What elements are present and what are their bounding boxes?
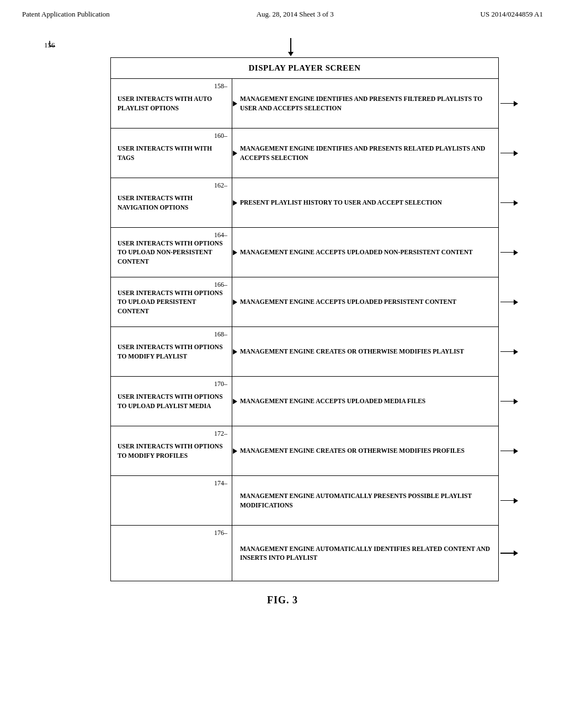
right-row-row4: MANAGEMENT ENGINE ACCEPTS UPLOADED NON-P…	[232, 228, 498, 277]
left-row-row5: 166–USER INTERACTS WITH OPTIONS TO UPLOA…	[111, 277, 232, 327]
ref-164: 164–	[214, 231, 227, 239]
left-label-row1: USER INTERACTS WITH AUTO PLAYLIST OPTION…	[118, 94, 225, 112]
out-arrow-row2	[500, 151, 518, 156]
right-row-row7: MANAGEMENT ENGINE ACCEPTS UPLOADED MEDIA…	[232, 377, 498, 426]
left-label-row3: USER INTERACTS WITH NAVIGATION OPTIONS	[118, 194, 225, 211]
ref-170: 170–	[214, 380, 227, 388]
right-row-row3: PRESENT PLAYLIST HISTORY TO USER AND ACC…	[232, 178, 498, 228]
out-arrow-row3	[500, 200, 518, 206]
left-row-row8: 172–USER INTERACTS WITH OPTIONS TO MODIF…	[111, 426, 232, 476]
out-arrow-row9	[500, 498, 518, 504]
right-row-row10: MANAGEMENT ENGINE AUTOMATICALLY IDENTIFI…	[232, 526, 498, 581]
left-row-row10: 176–	[111, 526, 232, 581]
left-label-row6: USER INTERACTS WITH OPTIONS TO MODIFY PL…	[118, 342, 225, 360]
right-column: MANAGEMENT ENGINE IDENTIFIES AND PRESENT…	[232, 79, 498, 581]
ref-162: 162–	[214, 181, 227, 190]
diagram-container: 156 DISPLAY PLAYER SCREEN 158–USER INTER…	[0, 24, 565, 628]
ref-156: 156	[44, 41, 55, 50]
right-row-row6: MANAGEMENT ENGINE CREATES OR OTHERWISE M…	[232, 327, 498, 377]
out-arrow-row7	[500, 399, 518, 404]
out-arrow-row5	[500, 299, 518, 305]
out-arrow-row10	[500, 550, 518, 556]
ref-176: 176–	[214, 529, 227, 537]
page-header: Patent Application Publication Aug. 28, …	[0, 0, 565, 24]
left-label-row5: USER INTERACTS WITH OPTIONS TO UPLOAD PE…	[118, 288, 225, 315]
right-label-row1: MANAGEMENT ENGINE IDENTIFIES AND PRESENT…	[240, 94, 491, 112]
left-column: 158–USER INTERACTS WITH AUTO PLAYLIST OP…	[111, 79, 232, 581]
right-row-row9: MANAGEMENT ENGINE AUTOMATICALLY PRESENTS…	[232, 476, 498, 526]
ref-158: 158–	[214, 82, 227, 90]
display-player-row: DISPLAY PLAYER SCREEN	[111, 58, 498, 79]
left-label-row4: USER INTERACTS WITH OPTIONS TO UPLOAD NO…	[118, 239, 225, 265]
left-row-row1: 158–USER INTERACTS WITH AUTO PLAYLIST OP…	[111, 79, 232, 129]
right-label-row5: MANAGEMENT ENGINE ACCEPTS UPLOADED PERSI…	[240, 297, 491, 306]
left-label-row8: USER INTERACTS WITH OPTIONS TO MODIFY PR…	[118, 442, 225, 459]
left-label-row7: USER INTERACTS WITH OPTIONS TO UPLOAD PL…	[118, 392, 225, 410]
display-player-label: DISPLAY PLAYER SCREEN	[248, 63, 360, 72]
ref-160: 160–	[214, 132, 227, 140]
ref-bracket-icon	[49, 40, 56, 47]
right-label-row6: MANAGEMENT ENGINE CREATES OR OTHERWISE M…	[240, 347, 491, 356]
left-row-row3: 162–USER INTERACTS WITH NAVIGATION OPTIO…	[111, 178, 232, 228]
right-label-row10: MANAGEMENT ENGINE AUTOMATICALLY IDENTIFI…	[240, 544, 491, 562]
right-label-row7: MANAGEMENT ENGINE ACCEPTS UPLOADED MEDIA…	[240, 397, 491, 405]
fig-label: FIG. 3	[33, 595, 532, 606]
main-diagram-box: DISPLAY PLAYER SCREEN 158–USER INTERACTS…	[110, 57, 499, 581]
top-arrow	[288, 38, 294, 56]
right-label-row9: MANAGEMENT ENGINE AUTOMATICALLY PRESENTS…	[240, 491, 491, 509]
right-row-row8: MANAGEMENT ENGINE CREATES OR OTHERWISE M…	[232, 426, 498, 476]
out-arrow-row4	[500, 250, 518, 255]
ref-174: 174–	[214, 479, 227, 488]
header-center: Aug. 28, 2014 Sheet 3 of 3	[257, 10, 334, 19]
right-label-row8: MANAGEMENT ENGINE CREATES OR OTHERWISE M…	[240, 446, 491, 455]
out-arrow-row1	[500, 101, 518, 106]
header-right: US 2014/0244859 A1	[481, 10, 543, 19]
content-area: 158–USER INTERACTS WITH AUTO PLAYLIST OP…	[111, 79, 498, 581]
out-arrow-row8	[500, 448, 518, 454]
right-row-row5: MANAGEMENT ENGINE ACCEPTS UPLOADED PERSI…	[232, 277, 498, 327]
right-label-row3: PRESENT PLAYLIST HISTORY TO USER AND ACC…	[240, 198, 491, 207]
header-left: Patent Application Publication	[22, 10, 110, 19]
ref-166: 166–	[214, 281, 227, 289]
left-row-row2: 160–USER INTERACTS WITH WITH TAGS	[111, 129, 232, 178]
left-row-row6: 168–USER INTERACTS WITH OPTIONS TO MODIF…	[111, 327, 232, 377]
left-row-row4: 164–USER INTERACTS WITH OPTIONS TO UPLOA…	[111, 228, 232, 277]
ref-172: 172–	[214, 430, 227, 438]
right-row-row1: MANAGEMENT ENGINE IDENTIFIES AND PRESENT…	[232, 79, 498, 129]
left-row-row9: 174–	[111, 476, 232, 526]
left-label-row2: USER INTERACTS WITH WITH TAGS	[118, 144, 225, 162]
left-row-row7: 170–USER INTERACTS WITH OPTIONS TO UPLOA…	[111, 377, 232, 426]
out-arrow-row6	[500, 349, 518, 355]
right-label-row2: MANAGEMENT ENGINE IDENTIFIES AND PRESENT…	[240, 144, 491, 162]
ref-168: 168–	[214, 330, 227, 339]
right-label-row4: MANAGEMENT ENGINE ACCEPTS UPLOADED NON-P…	[240, 248, 491, 256]
right-row-row2: MANAGEMENT ENGINE IDENTIFIES AND PRESENT…	[232, 129, 498, 178]
